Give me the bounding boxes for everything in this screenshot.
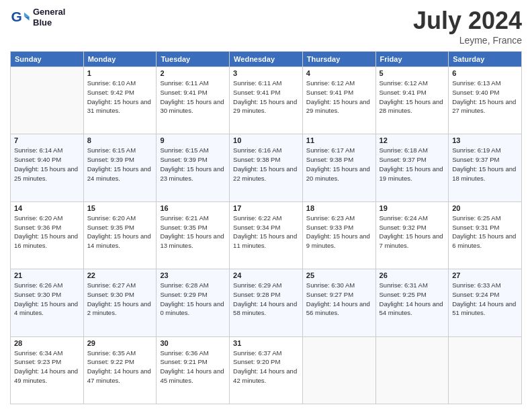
day-info: Sunrise: 6:26 AMSunset: 9:30 PMDaylight:… [14,281,80,318]
day-info: Sunrise: 6:17 AMSunset: 9:38 PMDaylight:… [306,146,372,183]
day-cell: 5 Sunrise: 6:12 AMSunset: 9:41 PMDayligh… [375,67,449,134]
logo: G General Blue [10,7,65,28]
weekday-header-saturday: Saturday [449,52,522,67]
day-info: Sunrise: 6:12 AMSunset: 9:41 PMDaylight:… [306,79,372,116]
day-cell: 23 Sunrise: 6:28 AMSunset: 9:29 PMDaylig… [157,269,230,336]
day-cell: 19 Sunrise: 6:24 AMSunset: 9:32 PMDaylig… [375,201,449,269]
week-row-2: 14 Sunrise: 6:20 AMSunset: 9:36 PMDaylig… [11,201,522,269]
weekday-header-tuesday: Tuesday [157,52,230,67]
day-number: 1 [87,69,153,77]
day-number: 22 [87,271,153,279]
day-cell: 11 Sunrise: 6:17 AMSunset: 9:38 PMDaylig… [302,134,375,201]
day-cell: 10 Sunrise: 6:16 AMSunset: 9:38 PMDaylig… [230,134,303,201]
logo-text: General Blue [33,7,65,28]
day-number: 16 [160,204,226,212]
day-cell: 14 Sunrise: 6:20 AMSunset: 9:36 PMDaylig… [11,201,84,269]
day-info: Sunrise: 6:21 AMSunset: 9:35 PMDaylight:… [160,214,226,250]
day-info: Sunrise: 6:16 AMSunset: 9:38 PMDaylight:… [233,146,299,183]
day-info: Sunrise: 6:24 AMSunset: 9:32 PMDaylight:… [380,214,445,250]
day-cell: 18 Sunrise: 6:23 AMSunset: 9:33 PMDaylig… [302,201,375,269]
calendar-location: Leyme, France [413,35,522,46]
day-info: Sunrise: 6:28 AMSunset: 9:29 PMDaylight:… [160,281,226,318]
day-number: 23 [160,271,226,279]
day-cell: 20 Sunrise: 6:25 AMSunset: 9:31 PMDaylig… [449,201,522,269]
day-info: Sunrise: 6:31 AMSunset: 9:25 PMDaylight:… [380,281,445,318]
day-number: 26 [380,271,445,279]
day-cell [375,336,449,404]
day-cell: 24 Sunrise: 6:29 AMSunset: 9:28 PMDaylig… [230,269,303,336]
day-info: Sunrise: 6:34 AMSunset: 9:23 PMDaylight:… [14,349,80,385]
calendar-title: July 2024 [413,7,522,35]
day-cell [11,67,84,134]
header: G General Blue July 2024 Leyme, France [10,7,522,46]
week-row-1: 7 Sunrise: 6:14 AMSunset: 9:40 PMDayligh… [11,134,522,201]
day-number: 10 [233,136,299,144]
day-cell: 2 Sunrise: 6:11 AMSunset: 9:41 PMDayligh… [157,67,230,134]
day-info: Sunrise: 6:20 AMSunset: 9:36 PMDaylight:… [14,214,80,250]
day-info: Sunrise: 6:18 AMSunset: 9:37 PMDaylight:… [380,146,445,183]
day-cell: 12 Sunrise: 6:18 AMSunset: 9:37 PMDaylig… [375,134,449,201]
day-number: 12 [380,136,445,144]
day-number: 9 [160,136,226,144]
day-cell: 27 Sunrise: 6:33 AMSunset: 9:24 PMDaylig… [449,269,522,336]
day-info: Sunrise: 6:36 AMSunset: 9:21 PMDaylight:… [160,349,226,385]
weekday-header-row: SundayMondayTuesdayWednesdayThursdayFrid… [11,52,522,67]
day-cell: 3 Sunrise: 6:11 AMSunset: 9:41 PMDayligh… [230,67,303,134]
day-info: Sunrise: 6:19 AMSunset: 9:37 PMDaylight:… [452,146,518,183]
day-number: 8 [87,136,153,144]
day-number: 5 [380,69,445,77]
week-row-0: 1 Sunrise: 6:10 AMSunset: 9:42 PMDayligh… [11,67,522,134]
week-row-4: 28 Sunrise: 6:34 AMSunset: 9:23 PMDaylig… [11,336,522,404]
day-info: Sunrise: 6:30 AMSunset: 9:27 PMDaylight:… [306,281,372,318]
day-cell: 22 Sunrise: 6:27 AMSunset: 9:30 PMDaylig… [83,269,157,336]
day-number: 13 [452,136,518,144]
svg-marker-2 [24,16,30,20]
day-number: 29 [87,339,153,347]
weekday-header-sunday: Sunday [11,52,84,67]
day-number: 24 [233,271,299,279]
day-info: Sunrise: 6:11 AMSunset: 9:41 PMDaylight:… [160,79,226,116]
day-number: 17 [233,204,299,212]
calendar-table: SundayMondayTuesdayWednesdayThursdayFrid… [10,51,522,404]
day-number: 30 [160,339,226,347]
day-info: Sunrise: 6:22 AMSunset: 9:34 PMDaylight:… [233,214,299,250]
day-number: 11 [306,136,372,144]
day-info: Sunrise: 6:33 AMSunset: 9:24 PMDaylight:… [452,281,518,318]
logo-line2: Blue [33,17,65,28]
day-number: 6 [452,69,518,77]
day-number: 27 [452,271,518,279]
day-cell: 8 Sunrise: 6:15 AMSunset: 9:39 PMDayligh… [83,134,157,201]
day-cell: 21 Sunrise: 6:26 AMSunset: 9:30 PMDaylig… [11,269,84,336]
day-info: Sunrise: 6:25 AMSunset: 9:31 PMDaylight:… [452,214,518,250]
svg-marker-1 [24,12,30,16]
page: G General Blue July 2024 Leyme, France S… [0,0,532,411]
day-number: 31 [233,339,299,347]
weekday-header-wednesday: Wednesday [230,52,303,67]
svg-text:G: G [11,9,22,24]
day-info: Sunrise: 6:15 AMSunset: 9:39 PMDaylight:… [160,146,226,183]
day-cell: 4 Sunrise: 6:12 AMSunset: 9:41 PMDayligh… [302,67,375,134]
day-cell: 30 Sunrise: 6:36 AMSunset: 9:21 PMDaylig… [157,336,230,404]
day-info: Sunrise: 6:12 AMSunset: 9:41 PMDaylight:… [380,79,445,116]
week-row-3: 21 Sunrise: 6:26 AMSunset: 9:30 PMDaylig… [11,269,522,336]
day-number: 28 [14,339,80,347]
day-number: 2 [160,69,226,77]
day-cell: 28 Sunrise: 6:34 AMSunset: 9:23 PMDaylig… [11,336,84,404]
day-cell: 15 Sunrise: 6:20 AMSunset: 9:35 PMDaylig… [83,201,157,269]
day-number: 7 [14,136,80,144]
day-cell: 7 Sunrise: 6:14 AMSunset: 9:40 PMDayligh… [11,134,84,201]
day-cell: 31 Sunrise: 6:37 AMSunset: 9:20 PMDaylig… [230,336,303,404]
day-info: Sunrise: 6:14 AMSunset: 9:40 PMDaylight:… [14,146,80,183]
day-number: 25 [306,271,372,279]
day-cell: 29 Sunrise: 6:35 AMSunset: 9:22 PMDaylig… [83,336,157,404]
day-info: Sunrise: 6:37 AMSunset: 9:20 PMDaylight:… [233,349,299,385]
day-info: Sunrise: 6:27 AMSunset: 9:30 PMDaylight:… [87,281,153,318]
day-cell: 16 Sunrise: 6:21 AMSunset: 9:35 PMDaylig… [157,201,230,269]
logo-line1: General [33,7,65,17]
day-info: Sunrise: 6:11 AMSunset: 9:41 PMDaylight:… [233,79,299,116]
day-cell: 1 Sunrise: 6:10 AMSunset: 9:42 PMDayligh… [83,67,157,134]
day-number: 21 [14,271,80,279]
day-number: 15 [87,204,153,212]
day-cell: 25 Sunrise: 6:30 AMSunset: 9:27 PMDaylig… [302,269,375,336]
day-cell: 26 Sunrise: 6:31 AMSunset: 9:25 PMDaylig… [375,269,449,336]
